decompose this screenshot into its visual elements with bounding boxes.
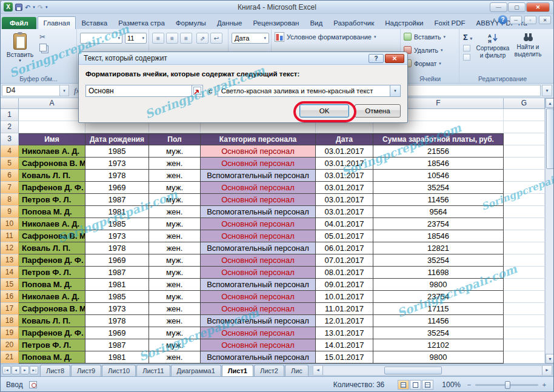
cell[interactable]: Основной персонал: [201, 145, 316, 158]
cell[interactable]: 03.01.2017: [316, 145, 373, 158]
cell[interactable]: Николаев А. Д.: [19, 291, 85, 303]
page-layout-view-icon[interactable]: [410, 380, 421, 390]
cell[interactable]: Петров Ф. Л.: [19, 267, 85, 279]
cell[interactable]: [504, 291, 545, 303]
cell[interactable]: [504, 170, 545, 182]
cell[interactable]: 9800: [373, 351, 504, 364]
workbook-close-button[interactable]: ✕: [539, 16, 551, 24]
cell[interactable]: 11456: [373, 315, 504, 327]
table-header-cell[interactable]: Сумма заработной платы, руб.: [373, 133, 504, 145]
table-header-cell[interactable]: Дата рождения: [85, 133, 149, 145]
cell[interactable]: 17115: [373, 303, 504, 315]
sheet-tab-Диаграмма1[interactable]: Диаграмма1: [171, 365, 221, 376]
dialog-close-button[interactable]: ✕: [385, 54, 404, 63]
ribbon-tab-Вставка[interactable]: Вставка: [76, 17, 113, 29]
cell[interactable]: [504, 339, 545, 351]
cell[interactable]: 1969: [85, 182, 149, 194]
cell[interactable]: 12.01.2017: [316, 315, 373, 327]
cell[interactable]: 14.01.2017: [316, 339, 373, 351]
row-header-4[interactable]: 4: [1, 145, 19, 158]
cell[interactable]: 1985: [85, 218, 149, 230]
cell[interactable]: муж.: [149, 194, 201, 206]
cell[interactable]: муж.: [149, 267, 201, 279]
ribbon-tab-Главная[interactable]: Главная: [38, 16, 76, 29]
cell[interactable]: [504, 194, 545, 206]
formula-bar-expand-icon[interactable]: ▾: [542, 85, 552, 96]
cell[interactable]: 1981: [85, 351, 149, 364]
cell[interactable]: 21556: [373, 145, 504, 158]
cell[interactable]: 11698: [373, 267, 504, 279]
cell[interactable]: жен.: [149, 170, 201, 182]
sheet-tab-Лист9[interactable]: Лист9: [71, 365, 101, 376]
ribbon-tab-Вид[interactable]: Вид: [304, 17, 328, 29]
minimize-button[interactable]: —: [490, 2, 507, 12]
row-header-16[interactable]: 16: [1, 291, 19, 303]
align-middle-icon[interactable]: ≡: [166, 33, 178, 44]
cell[interactable]: 1985: [85, 145, 149, 158]
fill-icon[interactable]: [463, 45, 470, 51]
cell[interactable]: Основной персонал: [201, 182, 316, 194]
cell[interactable]: [504, 182, 545, 194]
cell[interactable]: 15.01.2017: [316, 351, 373, 364]
normal-view-icon[interactable]: [398, 380, 409, 390]
row-header-9[interactable]: 9: [1, 206, 19, 218]
conditional-formatting-button[interactable]: Условное форматирование ▾: [275, 32, 376, 42]
workbook-restore-button[interactable]: ▫: [524, 16, 536, 24]
cell[interactable]: жен.: [149, 230, 201, 242]
cell[interactable]: Основной персонал: [201, 267, 316, 279]
cell[interactable]: Вспомогательный персонал: [201, 242, 316, 254]
cell[interactable]: Основной персонал: [201, 158, 316, 170]
workbook-minimize-button[interactable]: ─: [510, 16, 522, 24]
table-header-cell[interactable]: Имя: [19, 133, 85, 145]
row-header-21[interactable]: 21: [1, 351, 19, 364]
cell[interactable]: Попова М. Д.: [19, 206, 85, 218]
cell[interactable]: 10.01.2017: [316, 291, 373, 303]
paste-button[interactable]: Вставить ▾: [4, 32, 36, 74]
cell[interactable]: 9564: [373, 206, 504, 218]
cell[interactable]: Вспомогательный персонал: [201, 279, 316, 291]
cell[interactable]: 1973: [85, 230, 149, 242]
cell[interactable]: Коваль Л. П.: [19, 315, 85, 327]
cell[interactable]: 03.01.2017: [316, 182, 373, 194]
maximize-button[interactable]: ▢: [508, 2, 526, 12]
cell[interactable]: 13.01.2017: [316, 327, 373, 339]
row-header-17[interactable]: 17: [1, 303, 19, 315]
ribbon-tab-Данные[interactable]: Данные: [212, 17, 248, 29]
insert-cells-button[interactable]: Вставить ▾: [404, 33, 446, 41]
format-select-caret-icon[interactable]: ▼: [390, 85, 400, 96]
cell[interactable]: Основной персонал: [201, 218, 316, 230]
row-header-6[interactable]: 6: [1, 170, 19, 182]
horizontal-scrollbar[interactable]: ◄ ►: [313, 365, 552, 376]
cell[interactable]: 1978: [85, 170, 149, 182]
delete-cells-button[interactable]: Удалить ▾: [404, 46, 443, 54]
cell[interactable]: [504, 230, 545, 242]
horizontal-scroll-thumb[interactable]: [384, 367, 442, 374]
sheet-tab-Лист11[interactable]: Лист11: [136, 365, 170, 376]
ribbon-tab-Foxit PDF[interactable]: Foxit PDF: [429, 17, 470, 29]
cell[interactable]: [19, 121, 85, 133]
align-top-icon[interactable]: ≡: [152, 33, 164, 44]
cell[interactable]: Основной персонал: [201, 339, 316, 351]
row-header-5[interactable]: 5: [1, 158, 19, 170]
cell[interactable]: Основной персонал: [201, 194, 316, 206]
cell[interactable]: жен.: [149, 315, 201, 327]
scroll-right-icon[interactable]: ►: [542, 366, 552, 375]
cell[interactable]: муж.: [149, 327, 201, 339]
row-header-2[interactable]: 2: [1, 121, 19, 133]
cell[interactable]: 10546: [373, 170, 504, 182]
cell[interactable]: [504, 206, 545, 218]
orientation-icon[interactable]: ⇗: [196, 33, 209, 44]
cell[interactable]: 11.01.2017: [316, 303, 373, 315]
qat-customize-icon[interactable]: ▾: [45, 3, 48, 12]
cell[interactable]: Вспомогательный персонал: [201, 206, 316, 218]
cell[interactable]: 03.01.2017: [316, 170, 373, 182]
cell[interactable]: 1987: [85, 267, 149, 279]
cell[interactable]: 03.01.2017: [316, 194, 373, 206]
cancel-button[interactable]: Отмена: [355, 104, 401, 118]
zoom-slider[interactable]: − +: [466, 381, 548, 388]
cell[interactable]: [504, 279, 545, 291]
cell[interactable]: 23754: [373, 291, 504, 303]
cell[interactable]: [504, 267, 545, 279]
sort-filter-button[interactable]: А Я Сортировка и фильтр: [476, 32, 510, 74]
text-input[interactable]: [86, 85, 192, 96]
